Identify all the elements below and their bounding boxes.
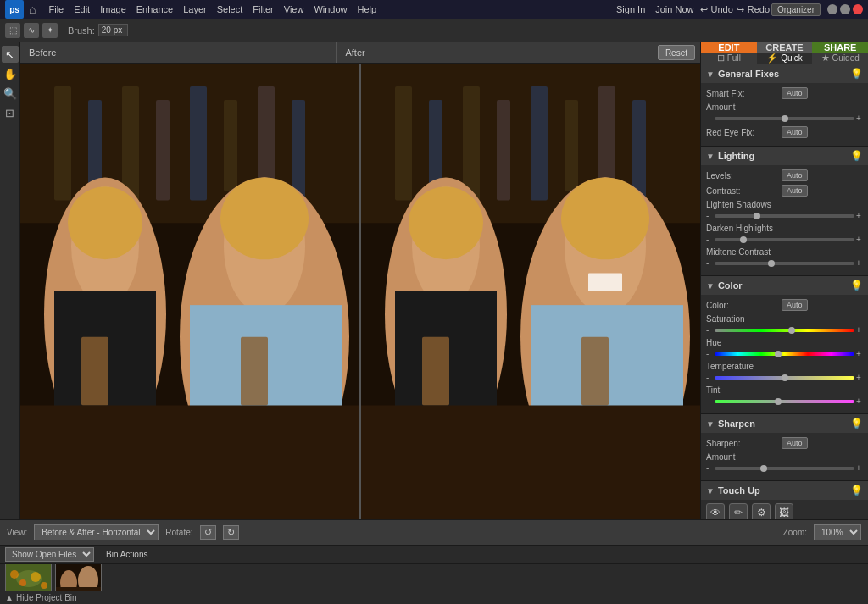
project-bin: Show Open Files Bin Actions ▲	[0, 545, 868, 604]
right-panel: EDIT CREATE SHARE ⊞ Full ⚡ Quick ★ Guide…	[700, 42, 868, 519]
canvas-header: Before After Reset	[20, 42, 700, 64]
contrast-row: Contrast: Auto	[706, 185, 863, 197]
svg-point-45	[10, 570, 19, 579]
tool-magic[interactable]: ✦	[42, 23, 58, 38]
tool-move[interactable]: ↖	[2, 46, 19, 63]
tab-quick[interactable]: ⚡ Quick	[757, 53, 813, 64]
sharpen-header[interactable]: ▼ Sharpen 💡	[701, 414, 868, 433]
menu-image[interactable]: Image	[96, 4, 131, 14]
bin-footer: ▲ Hide Project Bin	[0, 591, 868, 604]
tab-full[interactable]: ⊞ Full	[701, 53, 757, 64]
midtone-contrast-thumb[interactable]	[768, 260, 775, 267]
touch-up-collapse-arrow: ▼	[706, 486, 715, 496]
hide-project-bin-button[interactable]: ▲ Hide Project Bin	[5, 593, 77, 602]
menu-enhance[interactable]: Enhance	[132, 4, 177, 14]
bin-actions-label[interactable]: Bin Actions	[106, 550, 147, 559]
menu-filter[interactable]: Filter	[248, 4, 277, 14]
thumbnail-1[interactable]	[5, 564, 52, 591]
maximize-button[interactable]	[840, 4, 850, 14]
general-fixes-header[interactable]: ▼ General Fixes 💡	[701, 64, 868, 83]
tool-hand[interactable]: ✋	[2, 65, 19, 82]
amount-thumb[interactable]	[782, 115, 788, 122]
menu-edit[interactable]: Edit	[70, 4, 94, 14]
color-content: Color: Auto Saturation - + Hue -	[701, 295, 868, 413]
organizer-button[interactable]: Organizer	[771, 3, 821, 16]
tint-thumb[interactable]	[775, 398, 782, 405]
color-collapse-arrow: ▼	[706, 281, 715, 291]
svg-rect-26	[497, 100, 510, 200]
menu-file[interactable]: File	[44, 4, 68, 14]
redo-label[interactable]: Redo	[748, 4, 770, 14]
hue-thumb[interactable]	[775, 351, 782, 357]
touchup-frame-icon[interactable]: 🖼	[775, 503, 793, 519]
zoom-select[interactable]: 100%	[814, 524, 861, 540]
menu-help[interactable]: Help	[353, 4, 381, 14]
amount-slider-row: - +	[706, 114, 863, 123]
svg-rect-27	[531, 86, 548, 201]
lighting-section: ▼ Lighting 💡 Levels: Auto Contrast: Auto…	[701, 147, 868, 276]
color-auto-button[interactable]: Auto	[782, 299, 808, 311]
lighten-plus: +	[856, 211, 863, 220]
hue-slider[interactable]	[715, 352, 854, 356]
rotate-right-button[interactable]: ↻	[223, 525, 239, 540]
sharpen-amount-thumb[interactable]	[760, 465, 767, 472]
red-eye-auto-button[interactable]: Auto	[782, 126, 808, 138]
touchup-redeye-icon[interactable]: 👁	[706, 503, 725, 519]
toolbar: ⬚ ∿ ✦ Brush:	[0, 19, 868, 42]
view-select[interactable]: Before & After - Horizontal	[34, 524, 159, 540]
tool-marquee[interactable]: ⬚	[5, 23, 20, 38]
contrast-auto-button[interactable]: Auto	[782, 185, 808, 197]
temperature-thumb[interactable]	[782, 374, 788, 381]
tool-lasso[interactable]: ∿	[24, 23, 39, 38]
tool-crop[interactable]: ⊡	[2, 104, 19, 121]
menu-view[interactable]: View	[280, 4, 309, 14]
undo-label[interactable]: Undo	[711, 4, 733, 14]
close-button[interactable]	[853, 4, 863, 14]
touch-up-header[interactable]: ▼ Touch Up 💡	[701, 481, 868, 500]
brush-size-input[interactable]	[98, 24, 128, 36]
tab-create[interactable]: CREATE	[757, 42, 813, 53]
midtone-contrast-slider[interactable]	[715, 262, 854, 265]
touchup-stamp-icon[interactable]: ⚙	[752, 503, 771, 519]
rotate-left-button[interactable]: ↺	[200, 525, 216, 540]
tab-share[interactable]: SHARE	[812, 42, 868, 53]
lighten-shadows-slider[interactable]	[715, 214, 854, 218]
sign-in-link[interactable]: Sign In	[612, 4, 649, 14]
thumbnail-2[interactable]	[55, 564, 102, 591]
lighten-shadows-thumb[interactable]	[754, 213, 760, 219]
darken-highlights-slider[interactable]	[715, 238, 854, 241]
hue-slider-row: - +	[706, 349, 863, 358]
levels-auto-button[interactable]: Auto	[782, 169, 808, 181]
menu-window[interactable]: Window	[309, 4, 351, 14]
general-fixes-section: ▼ General Fixes 💡 Smart Fix: Auto Amount…	[701, 64, 868, 147]
darken-highlights-thumb[interactable]	[740, 236, 747, 243]
bin-show-select[interactable]: Show Open Files	[5, 547, 94, 562]
svg-rect-7	[224, 100, 237, 191]
menu-layer[interactable]: Layer	[179, 4, 211, 14]
saturation-thumb[interactable]	[788, 327, 795, 334]
join-now-link[interactable]: Join Now	[651, 4, 698, 14]
tab-guided[interactable]: ★ Guided	[812, 53, 868, 64]
svg-rect-40	[422, 337, 449, 406]
minimize-button[interactable]	[827, 4, 837, 14]
tab-edit[interactable]: EDIT	[701, 42, 757, 53]
tool-zoom[interactable]: 🔍	[2, 85, 19, 102]
sharpen-amount-slider[interactable]	[715, 467, 854, 470]
tint-slider[interactable]	[715, 400, 854, 403]
saturation-slider[interactable]	[715, 329, 854, 332]
svg-rect-23	[395, 86, 412, 201]
undo-icon: ↩	[700, 4, 708, 15]
lighting-header[interactable]: ▼ Lighting 💡	[701, 147, 868, 165]
amount-slider[interactable]	[715, 117, 854, 120]
touchup-draw-icon[interactable]: ✏	[729, 503, 748, 519]
sharpen-auto-button[interactable]: Auto	[782, 437, 808, 449]
temperature-slider[interactable]	[715, 376, 854, 380]
svg-rect-6	[190, 86, 207, 201]
smart-fix-auto-button[interactable]: Auto	[782, 87, 808, 99]
touch-up-title: Touch Up	[718, 485, 847, 496]
reset-button[interactable]: Reset	[658, 45, 695, 60]
color-header[interactable]: ▼ Color 💡	[701, 276, 868, 295]
menu-select[interactable]: Select	[213, 4, 248, 14]
home-icon[interactable]: ⌂	[29, 3, 36, 16]
after-label: After	[337, 42, 652, 63]
